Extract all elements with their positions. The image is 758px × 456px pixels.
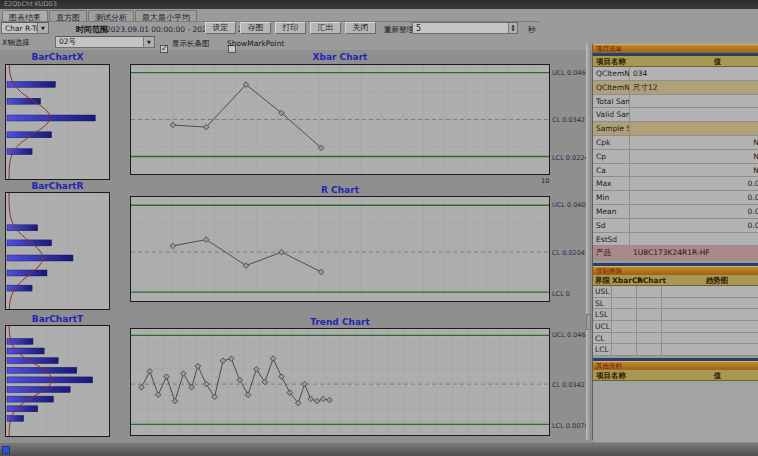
trend-chart-plot [130,328,550,436]
table-row[interactable]: CpNaN [593,150,758,164]
items-table-body: QCItemNo034QCItemNa尺寸12Total SamValid Sa… [593,67,758,260]
xaxis-value: 02号 [56,37,143,47]
limit-rchart-cell [637,321,662,332]
time-range-label: 时间范围 [76,24,108,35]
limit-row[interactable]: LCL [593,344,758,356]
chart-type-dropdown[interactable]: Char R-Trend ▼ [1,22,49,34]
refresh-unit-label: 秒 [528,25,536,35]
xbar-chart-title: Xbar Chart [130,52,550,62]
splitter-handle[interactable] [586,314,591,330]
window-title: E2QbCht KUD03 [0,0,758,9]
table-row[interactable]: Min0.023 [593,191,758,205]
items-table-header: 项目名称 值 [593,56,758,67]
bottom-bar [0,442,758,456]
r-chart-title: R Chart [130,185,550,195]
limits-col-xbar[interactable]: XbarCh [612,275,637,285]
items-col-value: 值 [663,56,758,66]
export-button[interactable]: 汇出 [310,22,341,34]
refresh-label: 重新整理 [384,25,414,35]
settings-button[interactable]: 设定 [205,22,236,34]
row-label: Total Sam [593,95,630,108]
window-titlebar: E2QbCht KUD03 [0,0,758,9]
limit-rchart-cell [637,333,662,344]
row-value: NaN [630,164,758,177]
table-row[interactable]: CpkNaN [593,136,758,150]
limit-rchart-cell [637,309,662,320]
save-image-button[interactable]: 存图 [240,22,271,34]
limit-xbar-cell [612,344,637,355]
limit-xbar-cell [612,321,637,332]
table-row[interactable]: 产品1U8C173K24R1R-HF [593,246,758,260]
row-value [630,122,758,135]
limit-row[interactable]: UCL [593,321,758,333]
limit-trend-cell [662,344,758,355]
row-value: 0.003 [630,219,758,232]
row-value: 0.023 [630,191,758,204]
table-row[interactable]: Mean0.034 [593,205,758,219]
chevron-down-icon[interactable]: ▼ [37,23,48,33]
chevron-down-icon[interactable]: ▼ [143,37,154,47]
table-row[interactable]: CaNaN [593,164,758,178]
table-row[interactable]: QCItemNo034 [593,67,758,81]
limit-rchart-cell [637,298,662,309]
row-value: 034 [630,67,758,80]
start-button-icon[interactable] [2,446,10,454]
row-label: Min [593,191,630,204]
limits-col-type: 界限 [593,275,612,285]
limit-row-label: CL [593,333,612,344]
table-row[interactable]: Valid Sam [593,108,758,122]
limit-row[interactable]: USL [593,286,758,298]
barchartr-title: BarChartR [5,181,110,191]
row-label: Valid Sam [593,108,630,121]
limits-table-body: USLSLLSLUCLCLLCL [593,286,758,356]
table-row[interactable]: Total Sam [593,95,758,109]
show-markpoint-label: ShowMarkPoint [227,39,284,48]
row-label: Ca [593,164,630,177]
table-row[interactable]: Max0.094 [593,177,758,191]
row-value [630,233,758,246]
table-row[interactable]: Sd0.003 [593,219,758,233]
barchartr-plot [5,192,110,310]
limits-col-trend[interactable]: 趋势图 [662,275,758,285]
refresh-interval-stepper[interactable]: 5 ▲▼ [412,22,518,34]
section-other-header: 其他资料 [593,361,758,370]
other-table-header: 项目名称 值 [593,370,758,381]
row-label: Sample Si [593,122,630,135]
xbar-chart-plot [130,64,550,175]
table-row[interactable]: Sample Si [593,122,758,136]
barchartx-plot [5,64,110,180]
section-limits-header: 管制界限 [593,266,758,275]
row-value: NaN [630,136,758,149]
limit-trend-cell [662,298,758,309]
r-chart-plot [130,196,550,302]
row-label: Cp [593,150,630,163]
show-bars-label: 显示长条图 [172,39,210,49]
limit-row[interactable]: SL [593,298,758,310]
limit-row-label: USL [593,286,612,297]
limit-trend-cell [662,309,758,320]
row-value: NaN [630,150,758,163]
row-label: QCItemNo [593,67,630,80]
limits-col-rchart[interactable]: RChart [637,275,662,285]
limit-row[interactable]: CL [593,333,758,345]
table-row[interactable]: QCItemNa尺寸12 [593,81,758,95]
panel-splitter[interactable] [586,44,591,440]
limit-xbar-cell [612,309,637,320]
limit-row-label: LSL [593,309,612,320]
row-label: Mean [593,205,630,218]
section-items-header: 项目清单 [593,44,758,53]
limit-row-label: SL [593,298,612,309]
trend-chart-title: Trend Chart [130,317,550,327]
limit-xbar-cell [612,333,637,344]
xaxis-dropdown[interactable]: 02号 ▼ [55,36,155,48]
limit-row[interactable]: LSL [593,309,758,321]
print-button[interactable]: 打印 [275,22,306,34]
row-label: EstSd [593,233,630,246]
spinner-arrows-icon[interactable]: ▲▼ [508,23,517,33]
limit-trend-cell [662,333,758,344]
table-row[interactable]: EstSd [593,233,758,247]
limit-rchart-cell [637,286,662,297]
refresh-interval-value: 5 [413,23,508,33]
row-value: 0.034 [630,205,758,218]
close-button[interactable]: 关闭 [345,22,376,34]
